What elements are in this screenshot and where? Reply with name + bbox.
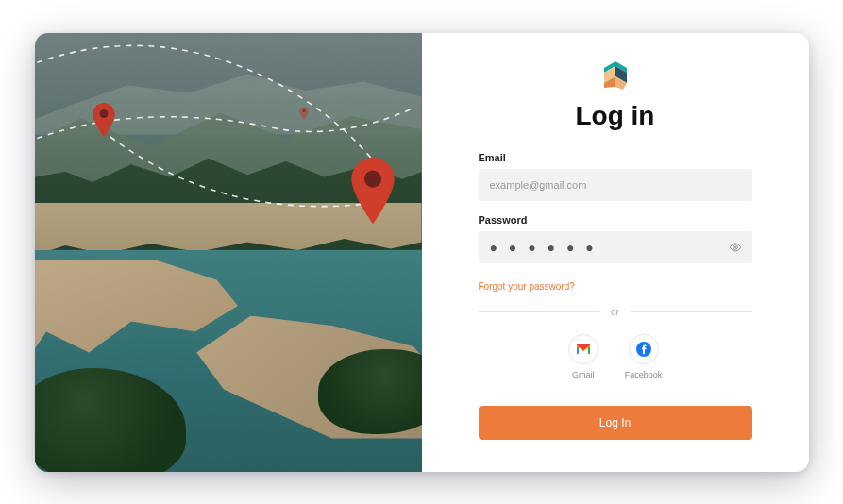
toggle-password-visibility-button[interactable]: [726, 238, 745, 257]
forgot-password-link[interactable]: Forgot your password?: [479, 281, 575, 292]
password-input[interactable]: ● ● ● ● ● ●: [479, 231, 752, 263]
hero-image: [35, 33, 422, 472]
svg-point-1: [363, 170, 380, 187]
gmail-icon: [576, 344, 591, 355]
divider-label: or: [599, 307, 631, 317]
gmail-label: Gmail: [572, 370, 595, 379]
eye-icon: [729, 241, 742, 254]
facebook-icon: [636, 342, 651, 357]
svg-point-8: [734, 246, 736, 248]
map-pin-icon: [299, 107, 309, 120]
login-button[interactable]: Log In: [479, 406, 752, 440]
gmail-login-button[interactable]: Gmail: [568, 334, 599, 379]
email-input[interactable]: [479, 169, 752, 201]
map-pin-icon: [349, 158, 396, 224]
login-form: Email Password ● ● ● ● ● ● Forgot your p…: [479, 152, 752, 440]
email-label: Email: [479, 152, 752, 163]
login-panel: Log in Email Password ● ● ● ● ● ● Forgot…: [422, 33, 809, 472]
facebook-login-button[interactable]: Facebook: [625, 334, 663, 379]
map-pin-icon: [92, 103, 116, 137]
svg-point-0: [99, 109, 108, 118]
password-label: Password: [479, 214, 752, 226]
divider: or: [479, 307, 752, 317]
route-paths-icon: [35, 33, 422, 472]
page-title: Log in: [576, 101, 655, 131]
brand-logo-icon: [601, 61, 630, 92]
svg-point-2: [302, 109, 305, 111]
login-card: Log in Email Password ● ● ● ● ● ● Forgot…: [35, 33, 809, 472]
facebook-label: Facebook: [625, 370, 663, 379]
